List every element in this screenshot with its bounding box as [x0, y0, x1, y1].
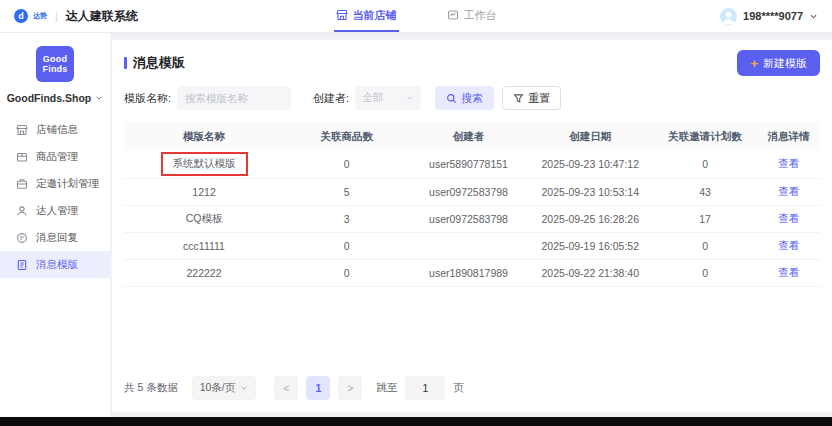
cell-template-name: 系统默认模版 — [124, 151, 284, 178]
cell-product-count: 0 — [284, 232, 409, 259]
sidebar-item-2[interactable]: 定邀计划管理 — [0, 170, 110, 197]
template-name-input[interactable] — [177, 86, 291, 110]
main: 消息模版 + 新建模版 模版名称: 创建者: 全部 — [110, 32, 832, 417]
cell-creator: user5890778151 — [409, 151, 527, 178]
shop-name: GoodFinds.Shop — [7, 92, 92, 104]
column-header: 模版名称 — [124, 122, 284, 151]
view-link[interactable]: 查看 — [778, 157, 799, 169]
brand-divider: | — [55, 10, 58, 22]
cell-creator: user0972583798 — [409, 205, 527, 232]
cell-creator: user1890817989 — [409, 259, 527, 286]
briefcase-icon — [16, 178, 28, 190]
search-button[interactable]: 搜索 — [435, 86, 494, 110]
sidebar-item-label: 达人管理 — [36, 204, 78, 218]
cell-date: 2025-09-23 10:47:12 — [528, 151, 653, 178]
app-window: d 达势 | 达人建联系统 当前店铺工作台 198****9077 Good F… — [0, 0, 832, 426]
new-template-label: 新建模版 — [763, 56, 807, 71]
app-title: 达人建联系统 — [66, 8, 138, 25]
table-row: 2222220user18908179892025-09-22 21:38:40… — [124, 259, 820, 286]
body: Good Finds GoodFinds.Shop 店铺信息商品管理定邀计划管理… — [0, 32, 832, 417]
view-link[interactable]: 查看 — [778, 266, 799, 278]
cell-product-count: 5 — [284, 178, 409, 205]
cell-date: 2025-09-25 16:28:26 — [528, 205, 653, 232]
sidebar-item-0[interactable]: 店铺信息 — [0, 116, 110, 143]
reset-filter-icon — [513, 93, 524, 104]
column-header: 创建者 — [409, 122, 527, 151]
page-size-select[interactable]: 10条/页 — [192, 376, 257, 400]
cell-date: 2025-09-19 16:05:52 — [528, 232, 653, 259]
user-name: 198****9077 — [743, 10, 803, 22]
sidebar-item-1[interactable]: 商品管理 — [0, 143, 110, 170]
chevron-down-icon — [406, 94, 414, 102]
chat-icon — [16, 232, 28, 244]
page-unit-label: 页 — [453, 381, 464, 395]
reset-button[interactable]: 重置 — [502, 86, 561, 110]
table-row: ccc1111102025-09-19 16:05:520查看 — [124, 232, 820, 259]
shop-logo: Good Finds — [36, 46, 74, 82]
tab-label: 当前店铺 — [353, 8, 397, 23]
view-link[interactable]: 查看 — [778, 239, 799, 251]
chevron-down-icon — [95, 94, 103, 102]
user-menu[interactable]: 198****9077 — [720, 8, 818, 25]
cell-product-count: 0 — [284, 151, 409, 178]
cell-creator — [409, 232, 527, 259]
tab-1[interactable]: 工作台 — [445, 0, 499, 32]
table-body: 系统默认模版0user58907781512025-09-23 10:47:12… — [124, 151, 820, 286]
column-header: 创建日期 — [528, 122, 653, 151]
table-row: 系统默认模版0user58907781512025-09-23 10:47:12… — [124, 151, 820, 178]
table-row: 12125user09725837982025-09-23 10:53:1443… — [124, 178, 820, 205]
sidebar-item-label: 店铺信息 — [36, 123, 78, 137]
cell-plan-count: 0 — [653, 259, 757, 286]
chevron-down-icon — [240, 384, 248, 392]
page-number-current[interactable]: 1 — [306, 376, 330, 400]
cell-date: 2025-09-23 10:53:14 — [528, 178, 653, 205]
sidebar-item-label: 商品管理 — [36, 150, 78, 164]
column-header: 消息详情 — [757, 122, 820, 151]
sidebar-item-label: 消息模版 — [36, 258, 78, 272]
cell-plan-count: 0 — [653, 151, 757, 178]
jump-page-input[interactable] — [405, 376, 445, 400]
view-link[interactable]: 查看 — [778, 212, 799, 224]
cell-plan-count: 43 — [653, 178, 757, 205]
view-link[interactable]: 查看 — [778, 185, 799, 197]
top-header: d 达势 | 达人建联系统 当前店铺工作台 198****9077 — [0, 0, 832, 32]
cell-plan-count: 17 — [653, 205, 757, 232]
sidebar: Good Finds GoodFinds.Shop 店铺信息商品管理定邀计划管理… — [0, 32, 110, 417]
shop-icon — [336, 9, 348, 21]
cell-template-name: 222222 — [124, 259, 284, 286]
brand-mini-label: 达势 — [33, 11, 47, 21]
page-size-value: 10条/页 — [200, 381, 236, 395]
bottom-strip — [0, 417, 832, 426]
cell-template-name: 1212 — [124, 178, 284, 205]
cell-creator: user0972583798 — [409, 178, 527, 205]
cell-plan-count: 0 — [653, 232, 757, 259]
sidebar-item-5[interactable]: 消息模版 — [0, 251, 110, 278]
sidebar-item-label: 定邀计划管理 — [36, 177, 99, 191]
sidebar-item-label: 消息回复 — [36, 231, 78, 245]
workbench-icon — [447, 9, 459, 21]
shop-selector[interactable]: GoodFinds.Shop — [7, 92, 104, 104]
brand-logo-icon: d — [14, 9, 28, 23]
template-icon — [16, 259, 28, 271]
next-page-button[interactable]: > — [338, 376, 362, 400]
tab-label: 工作台 — [464, 8, 497, 23]
reset-label: 重置 — [528, 91, 550, 106]
template-name-label: 模版名称: — [124, 91, 171, 106]
table-head-row: 模版名称关联商品数创建者创建日期关联邀请计划数消息详情 — [124, 122, 820, 151]
card-header: 消息模版 + 新建模版 — [124, 50, 820, 76]
prev-page-button[interactable]: < — [274, 376, 298, 400]
table-row: CQ模板3user09725837982025-09-25 16:28:2617… — [124, 205, 820, 232]
sidebar-item-3[interactable]: 达人管理 — [0, 197, 110, 224]
creator-select-value: 全部 — [362, 91, 383, 105]
page-title-wrap: 消息模版 — [124, 54, 185, 72]
filter-bar: 模版名称: 创建者: 全部 搜索 — [124, 86, 820, 110]
shop-logo-line2: Finds — [43, 64, 68, 74]
column-header: 关联商品数 — [284, 122, 409, 151]
tab-0[interactable]: 当前店铺 — [334, 0, 399, 32]
new-template-button[interactable]: + 新建模版 — [737, 50, 820, 76]
creator-select[interactable]: 全部 — [355, 86, 421, 110]
brand: d 达势 | 达人建联系统 — [14, 8, 138, 25]
title-accent-bar — [124, 57, 127, 69]
spacer — [124, 287, 820, 369]
sidebar-item-4[interactable]: 消息回复 — [0, 224, 110, 251]
